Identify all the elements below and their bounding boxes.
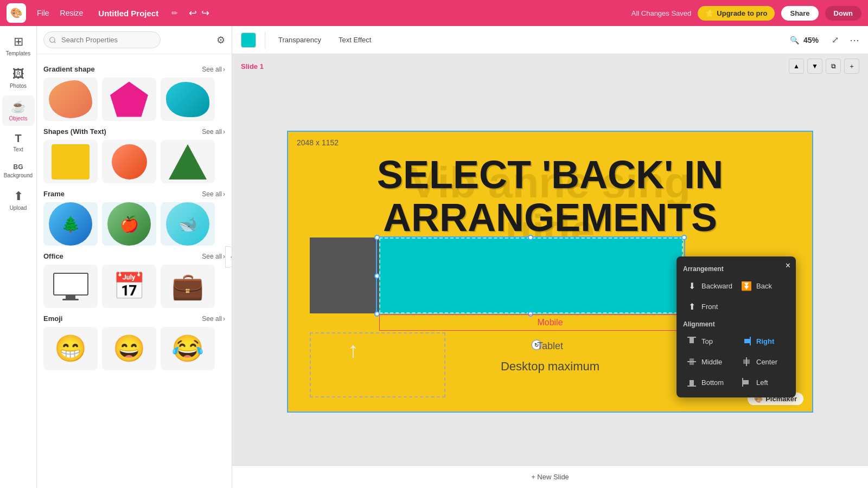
sidebar-item-text[interactable]: T Text xyxy=(2,128,35,157)
upgrade-button[interactable]: ⭐ Upgrade to pro xyxy=(698,6,775,21)
align-center-icon xyxy=(740,355,753,368)
align-left-icon xyxy=(740,376,753,389)
emoji-grin: 😁 xyxy=(54,333,87,364)
menu-resize[interactable]: Resize xyxy=(60,9,84,17)
svg-rect-14 xyxy=(743,380,749,384)
shapes-text-see-all[interactable]: See all › xyxy=(202,128,225,136)
backward-label: Backward xyxy=(701,282,732,290)
align-middle[interactable]: Middle xyxy=(683,353,735,370)
color-picker[interactable] xyxy=(241,33,256,48)
frame-see-all[interactable]: See all › xyxy=(202,190,225,198)
shapes-text-item-3[interactable] xyxy=(161,140,215,183)
panel-content: Gradient shape See all › Shapes (With Te… xyxy=(37,54,232,488)
sidebar-item-background[interactable]: BG Background xyxy=(2,159,35,183)
gradient-shape-title: Gradient shape xyxy=(43,65,95,73)
slide-nav: ▲ ▼ ⧉ ＋ xyxy=(789,59,859,74)
frame-item-1[interactable]: 🌲 xyxy=(43,202,98,246)
shapes-text-section-header: Shapes (With Text) See all › xyxy=(43,127,225,136)
project-title[interactable]: Untitled Project xyxy=(98,9,158,18)
emoji-see-all[interactable]: See all › xyxy=(202,315,225,323)
shapes-text-item-2[interactable] xyxy=(102,140,156,183)
svg-rect-13 xyxy=(742,378,743,387)
frame-circle-1: 🌲 xyxy=(49,202,92,246)
sidebar-item-photos[interactable]: 🖼 Photos xyxy=(2,63,35,93)
emoji-item-3[interactable]: 😂 xyxy=(161,327,215,370)
download-button[interactable]: Down xyxy=(825,6,861,21)
topbar: 🎨 File Resize Untitled Project ✏ ↩ ↪ All… xyxy=(0,0,868,26)
canvas-teal-box[interactable] xyxy=(379,237,683,313)
context-close-button[interactable]: × xyxy=(786,261,790,271)
gradient-shape-item-1[interactable] xyxy=(43,78,98,121)
svg-rect-6 xyxy=(744,339,750,343)
align-bottom[interactable]: Bottom xyxy=(683,374,735,391)
svg-line-1 xyxy=(54,41,56,43)
office-item-2[interactable]: 📅 xyxy=(102,265,156,308)
slide-nav-up[interactable]: ▲ xyxy=(789,59,804,74)
menu-file[interactable]: File xyxy=(37,9,49,17)
panel-collapse-handle[interactable]: ‹ xyxy=(225,246,232,268)
back-item[interactable]: ⏬ Back xyxy=(738,277,789,294)
office-item-1[interactable] xyxy=(43,265,98,308)
objects-icon: ☕ xyxy=(11,100,25,114)
background-icon: BG xyxy=(14,163,23,171)
sidebar-item-upload[interactable]: ⬆ Upload xyxy=(2,185,35,215)
gradient-shape-item-2[interactable] xyxy=(102,78,156,121)
templates-icon: ⊞ xyxy=(14,35,23,49)
align-top[interactable]: Top xyxy=(683,332,735,350)
frame-circle-2: 🍎 xyxy=(107,202,151,246)
sidebar-item-objects[interactable]: ☕ Objects xyxy=(2,95,35,126)
align-center[interactable]: Center xyxy=(738,353,789,370)
align-left[interactable]: Left xyxy=(738,374,789,391)
slide-label: Slide 1 xyxy=(241,62,264,70)
text-effect-btn[interactable]: Text Effect xyxy=(334,34,375,46)
gradient-shape-grid xyxy=(43,78,225,121)
slide-nav-down[interactable]: ▼ xyxy=(807,59,822,74)
emoji-item-2[interactable]: 😄 xyxy=(102,327,156,370)
canvas-slide[interactable]: 2048 x 1152 Vib anne sing uide SELECT 'B… xyxy=(287,131,813,413)
sidebar-item-templates[interactable]: ⊞ Templates xyxy=(2,30,35,61)
office-item-3[interactable]: 💼 xyxy=(161,265,215,308)
gradient-shape-see-all[interactable]: See all › xyxy=(202,66,225,73)
shapes-text-item-1[interactable] xyxy=(43,140,98,183)
slide-copy[interactable]: ⧉ xyxy=(826,59,841,74)
more-options-icon[interactable]: ⋯ xyxy=(850,34,859,46)
backward-item[interactable]: ⬇ Backward xyxy=(683,277,735,294)
emoji-grid: 😁 😄 😂 xyxy=(43,327,225,370)
zoom-area: 🔍 45% xyxy=(790,36,819,44)
search-bar: ⚙ xyxy=(37,26,232,54)
canvas-headline[interactable]: SELECT 'BACK' IN ARRANGEMENTS xyxy=(288,153,812,239)
search-input[interactable] xyxy=(43,31,161,48)
emoji-item-1[interactable]: 😁 xyxy=(43,327,98,370)
bottom-align-icon-svg xyxy=(686,377,697,388)
middle-align-icon-svg xyxy=(686,356,697,367)
office-see-all[interactable]: See all › xyxy=(202,253,225,260)
canvas-dark-box[interactable] xyxy=(310,237,380,313)
canvas-area: Slide 1 ▲ ▼ ⧉ ＋ 2048 x 1152 Vib anne sin… xyxy=(232,54,868,488)
emoji-tears: 😂 xyxy=(171,333,204,364)
align-right[interactable]: Right xyxy=(738,332,789,350)
new-slide-bar[interactable]: + New Slide xyxy=(232,465,868,488)
filter-icon[interactable]: ⚙ xyxy=(216,34,225,46)
right-align-icon-svg xyxy=(741,336,752,346)
edit-title-icon[interactable]: ✏ xyxy=(171,9,178,17)
expand-icon[interactable]: ⤢ xyxy=(832,35,839,45)
frame-item-3[interactable]: 🐋 xyxy=(161,202,215,246)
blob-shape-1 xyxy=(49,80,92,118)
upload-label: Upload xyxy=(10,205,27,211)
slide-add[interactable]: ＋ xyxy=(844,59,859,74)
front-item[interactable]: ⬆ Front xyxy=(683,298,735,315)
templates-label: Templates xyxy=(6,50,31,56)
share-button[interactable]: Share xyxy=(781,6,818,21)
app-logo[interactable]: 🎨 xyxy=(7,3,26,23)
frame-item-2[interactable]: 🍎 xyxy=(102,202,156,246)
zoom-icon[interactable]: 🔍 xyxy=(790,36,799,44)
alignment-title: Alignment xyxy=(683,320,789,328)
circle-shape xyxy=(112,144,147,179)
transparency-btn[interactable]: Transparency xyxy=(274,34,326,46)
arrangement-title: Arrangement xyxy=(683,265,789,273)
search-input-wrap xyxy=(43,31,212,48)
monitor-shape xyxy=(53,273,88,300)
undo-button[interactable]: ↩ xyxy=(189,7,197,19)
gradient-shape-item-3[interactable] xyxy=(161,78,215,121)
redo-button[interactable]: ↪ xyxy=(201,7,209,19)
